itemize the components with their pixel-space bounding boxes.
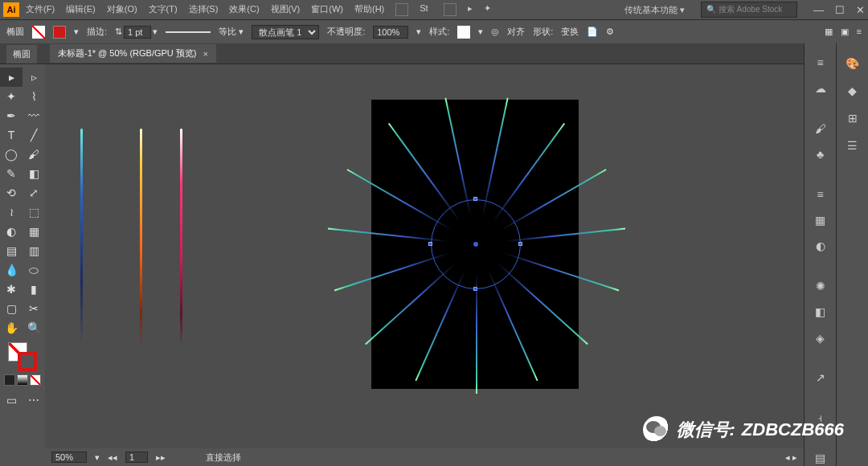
document-tab[interactable]: 未标题-1* @ 50% (RGB/GPU 预览) × (50, 44, 216, 63)
libraries-icon[interactable]: ☁ (812, 80, 829, 96)
draw-inside[interactable] (30, 374, 41, 386)
fill-swatch[interactable] (32, 26, 45, 39)
edit-toolbar[interactable]: ⋯ (23, 390, 45, 410)
perspective-tool[interactable]: ▦ (23, 222, 45, 241)
brushes-panel-icon[interactable]: 🖌 (812, 121, 829, 137)
zoom-dropdown-icon[interactable]: ▾ (95, 452, 100, 463)
transform-label[interactable]: 变换 (561, 26, 579, 38)
direct-selection-tool[interactable]: ▹ (23, 67, 45, 87)
menu-window[interactable]: 窗口(W) (311, 3, 343, 16)
magic-wand-tool[interactable]: ✦ (0, 87, 23, 106)
shape-builder-tool[interactable]: ◐ (0, 222, 23, 241)
lasso-tool[interactable]: ⌇ (23, 87, 45, 106)
color-themes-icon[interactable]: ▤ (812, 450, 829, 466)
menu-help[interactable]: 帮助(H) (354, 3, 384, 16)
scroll-indicator[interactable]: ◂ ▸ (785, 452, 797, 463)
symbol-sprayer-tool[interactable]: ✱ (0, 280, 23, 299)
asset-export-icon[interactable]: ↗ (812, 370, 829, 386)
panel-toggle-2[interactable]: ▣ (841, 27, 849, 37)
paintbrush-tool[interactable]: 🖌 (23, 145, 45, 164)
prefs-icon[interactable]: ⚙ (606, 27, 614, 37)
brush-select[interactable]: 散点画笔 1 (252, 25, 319, 39)
graphic-styles-icon[interactable]: ◈ (812, 330, 829, 346)
eraser-tool[interactable]: ◧ (23, 164, 45, 183)
artboard-number-input[interactable] (125, 452, 148, 463)
blend-tool[interactable]: ⬭ (23, 260, 45, 280)
arrange-icon[interactable] (444, 3, 457, 16)
menu-file[interactable]: 文件(F) (26, 3, 55, 16)
search-input[interactable]: 🔍 搜索 Adobe Stock (701, 2, 797, 18)
gradient-panel-icon[interactable]: ◐ (812, 238, 829, 254)
pattern-icon[interactable]: ⊞ (844, 109, 862, 127)
gradient-tool[interactable]: ▥ (23, 241, 45, 260)
menu-view[interactable]: 视图(V) (271, 3, 301, 16)
fill-stroke-swatches[interactable] (8, 342, 37, 371)
line-tool[interactable]: ╱ (23, 125, 45, 145)
color-guide-icon[interactable]: ◆ (844, 82, 862, 100)
type-tool[interactable]: T (0, 125, 23, 145)
free-transform-tool[interactable]: ⬚ (23, 202, 45, 222)
stroke-weight-input[interactable] (124, 26, 151, 39)
stock-icon[interactable]: St (420, 3, 432, 16)
swatch-dropdown-icon[interactable]: ▾ (74, 27, 79, 37)
maximize-button[interactable]: ☐ (835, 4, 845, 16)
stroke-swatch[interactable] (53, 26, 66, 39)
menu-object[interactable]: 对象(O) (107, 3, 137, 16)
panel-menu-icon[interactable]: ≡ (857, 27, 862, 37)
workspace-switcher[interactable]: 传统基本功能 ▾ (618, 2, 691, 18)
stroke-preview[interactable] (166, 31, 211, 33)
stroke-weight-stepper[interactable]: ⇅ ▾ (115, 26, 158, 39)
sparkle-icon[interactable]: ✦ (484, 3, 491, 16)
column-graph-tool[interactable]: ▮ (23, 280, 45, 299)
align-label[interactable]: 对齐 (507, 26, 525, 38)
shaper-tool[interactable]: ✎ (0, 164, 23, 183)
minimize-button[interactable]: — (813, 4, 824, 16)
draw-behind[interactable] (17, 374, 28, 386)
color-panel-icon[interactable]: 🎨 (844, 55, 862, 72)
anchor-right[interactable] (518, 242, 522, 246)
canvas[interactable] (45, 64, 804, 448)
mesh-tool[interactable]: ▤ (0, 241, 23, 260)
opacity-dropdown-icon[interactable]: ▾ (416, 27, 421, 37)
menu-type[interactable]: 文字(T) (149, 3, 178, 16)
panel-toggle-1[interactable]: ▦ (825, 27, 833, 37)
close-button[interactable]: ✕ (856, 4, 865, 16)
slice-tool[interactable]: ✂ (23, 299, 45, 318)
style-dropdown-icon[interactable]: ▾ (478, 27, 483, 37)
style-swatch[interactable] (457, 26, 470, 39)
appearance-panel-icon[interactable]: ✺ (812, 278, 829, 294)
rotate-tool[interactable]: ⟲ (0, 183, 23, 202)
anchor-top[interactable] (473, 197, 477, 201)
gpu-icon[interactable]: ▸ (468, 3, 473, 16)
swatches-panel-icon[interactable]: ▦ (812, 212, 829, 228)
screen-mode[interactable]: ▭ (0, 390, 23, 410)
scale-tool[interactable]: ⤢ (23, 183, 45, 202)
bridge-icon[interactable] (395, 3, 408, 16)
recolor-icon[interactable]: ◎ (491, 27, 499, 37)
zoom-tool[interactable]: 🔍 (23, 318, 45, 337)
stroke-panel-icon[interactable]: ≡ (812, 186, 829, 202)
transparency-panel-icon[interactable]: ◧ (812, 304, 829, 320)
properties-panel-icon[interactable]: ≡ (812, 55, 829, 71)
width-tool[interactable]: ≀ (0, 202, 23, 222)
eyedropper-tool[interactable]: 💧 (0, 260, 23, 280)
artboard-tool[interactable]: ▢ (0, 299, 23, 318)
uniform-label[interactable]: 等比 ▾ (219, 26, 244, 38)
center-anchor[interactable] (473, 242, 478, 247)
ellipse-tool[interactable]: ◯ (0, 145, 23, 164)
artboard-prev-icon[interactable]: ◂◂ (108, 452, 117, 463)
anchor-left[interactable] (428, 242, 432, 246)
pen-tool[interactable]: ✒ (0, 106, 23, 125)
draw-normal[interactable] (4, 374, 15, 386)
doc-setup-icon[interactable]: 📄 (587, 27, 598, 37)
shape-label[interactable]: 形状: (533, 26, 553, 38)
selection-tool[interactable]: ▸ (0, 67, 23, 87)
symbols-panel-icon[interactable]: ♣ (812, 146, 829, 162)
menu-select[interactable]: 选择(S) (189, 3, 219, 16)
curvature-tool[interactable]: 〰 (23, 106, 45, 125)
hand-tool[interactable]: ✋ (0, 318, 23, 337)
stroke-color-swatch[interactable] (18, 352, 37, 371)
menu-edit[interactable]: 编辑(E) (66, 3, 96, 16)
close-tab-icon[interactable]: × (203, 49, 208, 59)
zoom-input[interactable] (51, 452, 87, 463)
